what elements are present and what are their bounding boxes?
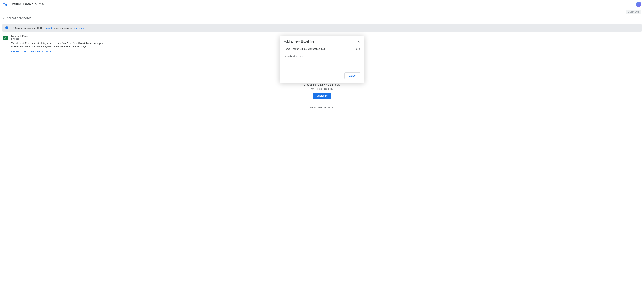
progress-fill	[284, 52, 360, 52]
modal-title: Add a new Excel file	[284, 40, 314, 44]
modal-overlay: Add a new Excel file Demo_Looker_Studio_…	[0, 0, 644, 283]
progress-bar	[284, 52, 360, 52]
upload-modal: Add a new Excel file Demo_Looker_Studio_…	[280, 36, 364, 83]
file-row: Demo_Looker_Studio_Connection.xlsx 99%	[284, 48, 360, 50]
cancel-button[interactable]: Cancel	[344, 72, 360, 79]
modal-header: Add a new Excel file	[284, 40, 360, 44]
modal-footer: Cancel	[284, 72, 360, 79]
upload-status: Uploading the file ...	[284, 55, 360, 57]
uploading-filename: Demo_Looker_Studio_Connection.xlsx	[284, 48, 325, 50]
upload-percent: 99%	[356, 48, 360, 50]
close-icon[interactable]	[357, 40, 360, 43]
